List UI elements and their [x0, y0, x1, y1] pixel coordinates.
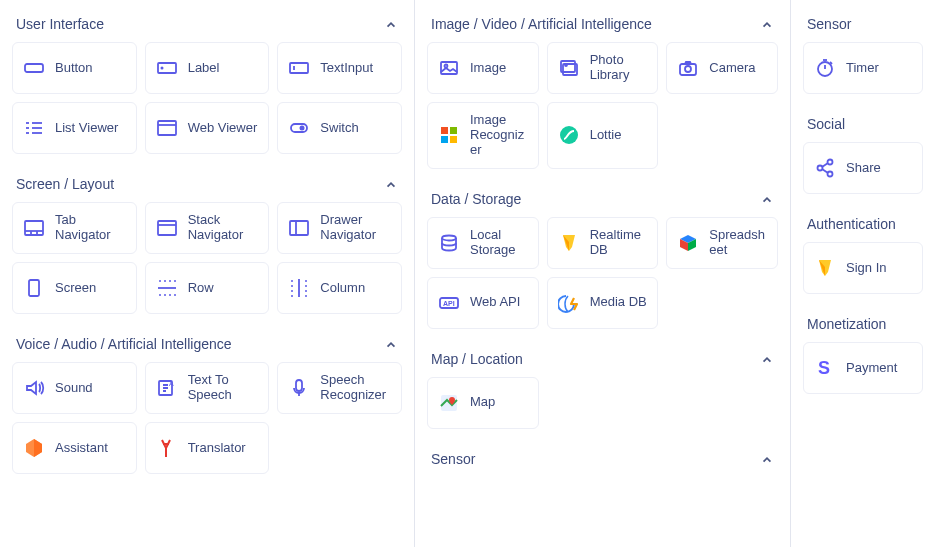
- section-header-sensor[interactable]: Sensor: [803, 0, 923, 42]
- component-listviewer[interactable]: List Viewer: [12, 102, 137, 154]
- tts-icon: [156, 377, 178, 399]
- section-header-screen-layout[interactable]: Screen / Layout: [12, 160, 402, 202]
- localstorage-icon: [438, 232, 460, 254]
- section-header-map-location[interactable]: Map / Location: [427, 335, 778, 377]
- section-grid: Share: [803, 142, 923, 194]
- component-label: Stack Navigator: [188, 213, 259, 243]
- section-title: Voice / Audio / Artificial Intelligence: [16, 336, 232, 352]
- listviewer-icon: [23, 117, 45, 139]
- component-speech-recognizer[interactable]: Speech Recognizer: [277, 362, 402, 414]
- component-label: Sign In: [846, 261, 886, 276]
- section-title: User Interface: [16, 16, 104, 32]
- image-icon: [438, 57, 460, 79]
- component-label: Lottie: [590, 128, 622, 143]
- component-tts[interactable]: Text To Speech: [145, 362, 270, 414]
- section-header-monetization[interactable]: Monetization: [803, 300, 923, 342]
- component-column[interactable]: Column: [277, 262, 402, 314]
- drawernav-icon: [288, 217, 310, 239]
- component-label: Local Storage: [470, 228, 528, 258]
- column-icon: [288, 277, 310, 299]
- section-grid: Button Label TextInput List Viewer Web V…: [12, 42, 402, 154]
- tabnav-icon: [23, 217, 45, 239]
- component-label: Image: [470, 61, 506, 76]
- component-drawernavigator[interactable]: Drawer Navigator: [277, 202, 402, 254]
- component-image[interactable]: Image: [427, 42, 539, 94]
- sound-icon: [23, 377, 45, 399]
- spreadsheet-icon: [677, 232, 699, 254]
- component-label: Map: [470, 395, 495, 410]
- column-2: Image / Video / Artificial Intelligence …: [415, 0, 791, 547]
- section-grid: Payment: [803, 342, 923, 394]
- component-timer[interactable]: Timer: [803, 42, 923, 94]
- component-switch[interactable]: Switch: [277, 102, 402, 154]
- section-header-sensor-2[interactable]: Sensor: [427, 435, 778, 477]
- chevron-up-icon: [760, 352, 774, 366]
- chevron-up-icon: [384, 17, 398, 31]
- section-title: Map / Location: [431, 351, 523, 367]
- webapi-icon: [438, 292, 460, 314]
- component-map[interactable]: Map: [427, 377, 539, 429]
- section-header-data-storage[interactable]: Data / Storage: [427, 175, 778, 217]
- section-social: Social Share: [791, 100, 935, 200]
- section-user-interface: User Interface Button Label TextInput Li…: [0, 0, 414, 160]
- component-button[interactable]: Button: [12, 42, 137, 94]
- button-icon: [23, 57, 45, 79]
- column-3: Sensor Timer Social Share Authentication: [791, 0, 935, 547]
- component-sound[interactable]: Sound: [12, 362, 137, 414]
- component-textinput[interactable]: TextInput: [277, 42, 402, 94]
- component-label: Assistant: [55, 441, 108, 456]
- component-screen[interactable]: Screen: [12, 262, 137, 314]
- component-webviewer[interactable]: Web Viewer: [145, 102, 270, 154]
- component-webapi[interactable]: Web API: [427, 277, 539, 329]
- component-label: Web API: [470, 295, 520, 310]
- component-label: Realtime DB: [590, 228, 648, 258]
- section-title: Screen / Layout: [16, 176, 114, 192]
- row-icon: [156, 277, 178, 299]
- section-grid: Sign In: [803, 242, 923, 294]
- component-photolibrary[interactable]: Photo Library: [547, 42, 659, 94]
- stacknav-icon: [156, 217, 178, 239]
- section-monetization: Monetization Payment: [791, 300, 935, 400]
- label-icon: [156, 57, 178, 79]
- component-camera[interactable]: Camera: [666, 42, 778, 94]
- section-grid: Tab Navigator Stack Navigator Drawer Nav…: [12, 202, 402, 314]
- section-data-storage: Data / Storage Local Storage Realtime DB…: [415, 175, 790, 335]
- section-header-user-interface[interactable]: User Interface: [12, 0, 402, 42]
- component-mediadb[interactable]: Media DB: [547, 277, 659, 329]
- image-rec-icon: [438, 124, 460, 146]
- speech-icon: [288, 377, 310, 399]
- section-header-image-video-ai[interactable]: Image / Video / Artificial Intelligence: [427, 0, 778, 42]
- map-icon: [438, 392, 460, 414]
- component-share[interactable]: Share: [803, 142, 923, 194]
- component-label: Speech Recognizer: [320, 373, 391, 403]
- photolib-icon: [558, 57, 580, 79]
- section-map-location: Map / Location Map: [415, 335, 790, 435]
- section-header-social[interactable]: Social: [803, 100, 923, 142]
- share-icon: [814, 157, 836, 179]
- component-assistant[interactable]: Assistant: [12, 422, 137, 474]
- component-label: Timer: [846, 61, 879, 76]
- section-title: Authentication: [807, 216, 896, 232]
- component-label: Tab Navigator: [55, 213, 126, 243]
- section-header-voice-audio-ai[interactable]: Voice / Audio / Artificial Intelligence: [12, 320, 402, 362]
- component-label: Image Recognizer: [470, 113, 528, 158]
- section-voice-audio-ai: Voice / Audio / Artificial Intelligence …: [0, 320, 414, 480]
- component-spreadsheet[interactable]: Spreadsheet: [666, 217, 778, 269]
- component-translator[interactable]: Translator: [145, 422, 270, 474]
- component-row[interactable]: Row: [145, 262, 270, 314]
- component-payment[interactable]: Payment: [803, 342, 923, 394]
- chevron-up-icon: [760, 17, 774, 31]
- component-signin[interactable]: Sign In: [803, 242, 923, 294]
- component-tabnavigator[interactable]: Tab Navigator: [12, 202, 137, 254]
- component-realtimedb[interactable]: Realtime DB: [547, 217, 659, 269]
- component-lottie[interactable]: Lottie: [547, 102, 659, 169]
- section-grid: Local Storage Realtime DB Spreadsheet We…: [427, 217, 778, 329]
- component-stacknavigator[interactable]: Stack Navigator: [145, 202, 270, 254]
- component-label[interactable]: Label: [145, 42, 270, 94]
- section-header-authentication[interactable]: Authentication: [803, 200, 923, 242]
- camera-icon: [677, 57, 699, 79]
- component-label: Label: [188, 61, 220, 76]
- component-image-recognizer[interactable]: Image Recognizer: [427, 102, 539, 169]
- component-localstorage[interactable]: Local Storage: [427, 217, 539, 269]
- section-image-video-ai: Image / Video / Artificial Intelligence …: [415, 0, 790, 175]
